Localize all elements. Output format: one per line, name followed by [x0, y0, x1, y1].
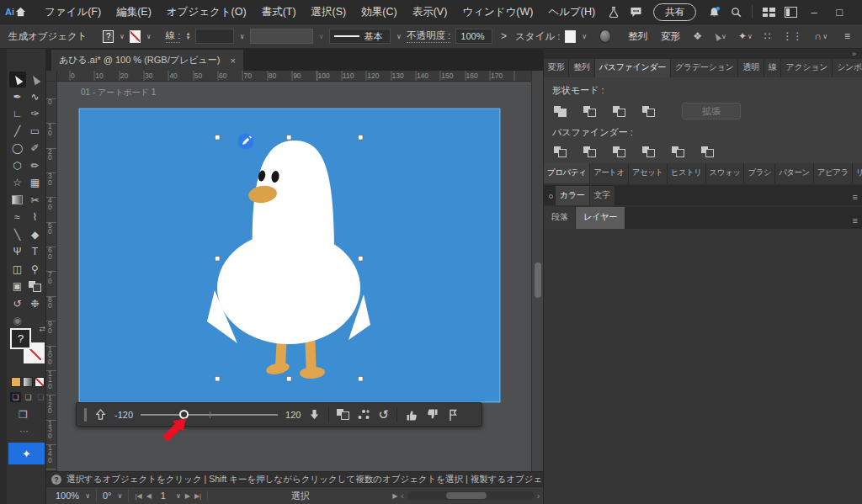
- direct-selection-tool-icon[interactable]: [27, 72, 44, 88]
- group2-tab-1[interactable]: アートオ: [590, 163, 628, 183]
- menu-item-6[interactable]: 表示(V): [405, 0, 455, 24]
- maximize-button[interactable]: □: [827, 2, 852, 22]
- opacity-label[interactable]: 不透明度 :: [407, 29, 450, 43]
- duck-left-foot[interactable]: [265, 361, 290, 377]
- scrollbar-track[interactable]: [407, 491, 534, 500]
- menu-item-5[interactable]: 効果(C): [354, 0, 404, 24]
- notifications-bell-icon[interactable]: [703, 3, 725, 20]
- unite-icon[interactable]: [552, 104, 567, 118]
- ellipse-tool-icon[interactable]: ◯: [9, 141, 26, 157]
- duck-body[interactable]: [217, 231, 360, 344]
- close-button[interactable]: ×: [852, 2, 862, 22]
- panel-menu-icon[interactable]: ≡: [848, 192, 862, 205]
- home-icon[interactable]: [14, 3, 27, 20]
- menu-item-2[interactable]: オブジェクト(O): [159, 0, 254, 24]
- align-button[interactable]: 整列: [624, 29, 652, 45]
- report-flag-icon[interactable]: [447, 408, 459, 422]
- dots-grid-icon[interactable]: ∷: [761, 30, 774, 42]
- minimize-button[interactable]: –: [801, 2, 827, 22]
- none-button[interactable]: [35, 377, 45, 387]
- chevron-down-icon[interactable]: ∨: [176, 492, 181, 500]
- comments-icon[interactable]: [625, 3, 646, 20]
- group1-tab-3[interactable]: グラデーション: [671, 59, 737, 77]
- menu-item-4[interactable]: 選択(S): [304, 0, 354, 24]
- transform-button[interactable]: 変形: [657, 29, 684, 45]
- width-tool-icon[interactable]: ≈: [9, 210, 26, 225]
- vertical-scrollbar[interactable]: [531, 71, 543, 471]
- next-artboard-icon[interactable]: ▶: [185, 492, 190, 500]
- arrow-up-icon[interactable]: [94, 408, 107, 421]
- canvas-area[interactable]: 0102030405060708090100110120130140150160…: [46, 71, 543, 471]
- workspace-switcher-icon[interactable]: [758, 3, 780, 20]
- stroke-weight-label[interactable]: 線 :: [166, 29, 181, 43]
- symbol-sprayer-tool-icon[interactable]: ❉: [27, 295, 44, 311]
- fill-swatch[interactable]: ?: [103, 30, 114, 43]
- fill-color-well[interactable]: ?: [10, 328, 31, 349]
- generative-ai-button[interactable]: ✦: [8, 443, 45, 464]
- chevron-down-icon[interactable]: ∨: [146, 33, 152, 40]
- chevron-down-icon[interactable]: ∨: [396, 33, 402, 40]
- chevron-right-icon[interactable]: >: [498, 30, 510, 42]
- crop-icon[interactable]: [641, 145, 656, 158]
- menu-item-0[interactable]: ファイル(F): [37, 0, 109, 24]
- rectangle-tool-icon[interactable]: ▭: [27, 123, 44, 139]
- artboard-number-dropdown[interactable]: 1: [156, 491, 171, 501]
- polygon-tool-icon[interactable]: ⬡: [9, 157, 26, 173]
- anchor-point-tool-icon[interactable]: ∟: [9, 106, 26, 122]
- last-artboard-icon[interactable]: ▶|: [194, 492, 201, 500]
- share-button[interactable]: 共有: [653, 3, 696, 21]
- menu-item-3[interactable]: 書式(T): [254, 0, 304, 24]
- close-tab-icon[interactable]: ×: [230, 56, 235, 66]
- vertical-scrollbar-thumb[interactable]: [535, 263, 541, 298]
- panel-menu-icon[interactable]: ≡: [848, 215, 862, 229]
- group1-tab-7[interactable]: シンボル: [833, 59, 862, 77]
- variation-slider[interactable]: [141, 409, 278, 421]
- taskbar-grip[interactable]: [84, 408, 87, 422]
- group1-tab-5[interactable]: 線: [764, 59, 781, 77]
- star-tool-icon[interactable]: ☆: [9, 175, 26, 191]
- generative-edit-badge-icon[interactable]: [238, 134, 254, 150]
- gradient-tool-icon[interactable]: [9, 192, 26, 208]
- bounding-box-icon[interactable]: ❖: [689, 30, 705, 42]
- group2-tab-0[interactable]: プロパティ: [544, 163, 589, 183]
- swap-fill-stroke-icon[interactable]: ⇄: [39, 325, 45, 333]
- style-swatch[interactable]: [565, 30, 576, 43]
- scroll-left-icon[interactable]: ‹: [401, 491, 403, 501]
- group1-tab-4[interactable]: 透明: [738, 59, 763, 77]
- draw-inside-icon[interactable]: ❏: [35, 392, 46, 402]
- group4-tab-1[interactable]: レイヤー: [576, 207, 625, 229]
- zoom-level-dropdown[interactable]: 100% ∨: [50, 489, 97, 502]
- intersect-icon[interactable]: [611, 104, 626, 118]
- rotation-dropdown[interactable]: 0° ∨: [97, 489, 129, 502]
- minus-back-icon[interactable]: [700, 145, 715, 158]
- pencil-tool-icon[interactable]: ✏: [27, 157, 44, 173]
- eraser-tool-icon[interactable]: ◆: [27, 226, 44, 242]
- ruler-origin-corner[interactable]: [46, 71, 57, 82]
- menu-item-1[interactable]: 編集(E): [109, 0, 159, 24]
- gradient-button[interactable]: [23, 377, 33, 387]
- divide-icon[interactable]: [552, 145, 567, 158]
- shape-builder-tool-icon[interactable]: [27, 279, 44, 294]
- revert-icon[interactable]: ↺: [378, 409, 389, 421]
- menu-item-8[interactable]: ヘルプ(H): [540, 0, 603, 24]
- group2-tab-5[interactable]: ブラシ: [744, 163, 774, 183]
- chevron-down-icon[interactable]: ∨: [120, 33, 125, 40]
- chevron-down-icon[interactable]: ∨: [582, 33, 587, 40]
- group3-tab-0[interactable]: カラー: [556, 186, 589, 205]
- puppet-warp-tool-icon[interactable]: ⌇: [27, 210, 44, 225]
- scrollbar-thumb[interactable]: [446, 492, 487, 499]
- thumbs-down-icon[interactable]: [426, 408, 439, 422]
- group2-tab-8[interactable]: リンク: [853, 163, 862, 183]
- duck-right-foot[interactable]: [300, 366, 326, 379]
- curvature-tool-icon[interactable]: ∿: [27, 88, 44, 104]
- group3-tab-1[interactable]: 文字: [590, 186, 615, 205]
- pen-tool-icon[interactable]: ✒: [9, 88, 26, 104]
- exclude-icon[interactable]: [641, 104, 656, 118]
- beta-flask-icon[interactable]: [603, 3, 625, 20]
- paintbrush-tool-icon[interactable]: ✐: [27, 141, 44, 157]
- group1-tab-6[interactable]: アクション: [781, 59, 832, 77]
- blend-tool-icon[interactable]: ◉: [9, 313, 26, 329]
- globe-icon[interactable]: [599, 29, 611, 43]
- thumbs-up-icon[interactable]: [405, 408, 418, 422]
- duck-artwork[interactable]: [80, 109, 499, 401]
